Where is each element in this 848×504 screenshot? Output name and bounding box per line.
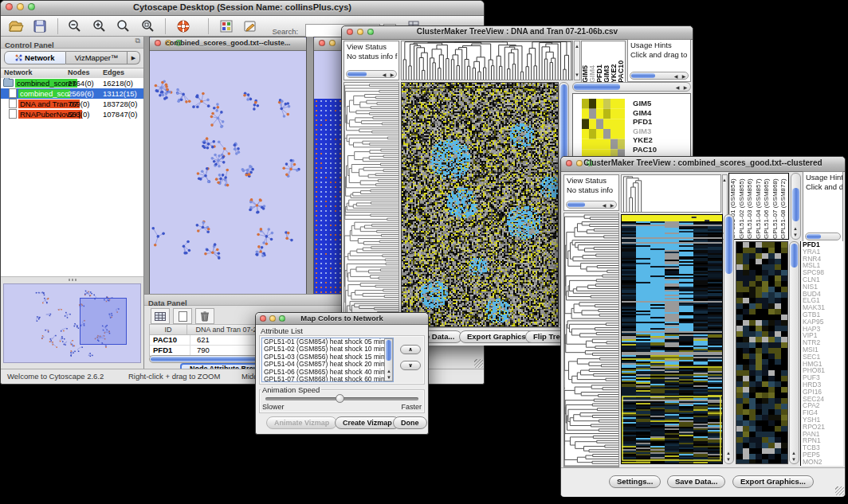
attribute-listbox[interactable]: GPL51-01 (GSM854) heat shock 05 minGPL51… <box>261 338 394 382</box>
row-dendrogram-canvas[interactable] <box>344 83 398 326</box>
gene-label[interactable]: YKE2 <box>631 135 687 145</box>
tv2-status-hscrollbar[interactable]: ◀ ▶ <box>566 201 617 209</box>
scroll-down-icon[interactable]: ▼ <box>385 374 393 381</box>
column-label[interactable]: GPL51-04 (GSM857) <box>755 174 764 239</box>
row-dendrogram-canvas[interactable] <box>564 213 618 467</box>
slider-thumb[interactable] <box>336 394 344 403</box>
zoom-selected-icon[interactable] <box>140 18 156 34</box>
scrollbar-thumb[interactable] <box>386 340 391 361</box>
scrollbar-thumb[interactable] <box>792 188 799 221</box>
scrollbar-thumb[interactable] <box>567 202 585 207</box>
network-row[interactable]: combined_scores2764(0)16218(0) <box>1 78 143 88</box>
network-row[interactable]: combined_sco2569(6)13112(15) <box>1 88 143 99</box>
tab-vizmapper[interactable]: VizMapper™ <box>66 51 128 64</box>
network-canvas[interactable] <box>150 51 306 294</box>
help-lifering-icon[interactable] <box>175 18 191 34</box>
scroll-left-icon[interactable]: ◀ <box>672 73 680 80</box>
scroll-up-icon[interactable]: ▲ <box>574 43 580 49</box>
attribute-item[interactable]: GPL51-07 (GSM868) heat shock 60 min <box>262 376 384 382</box>
new-attribute-icon[interactable] <box>173 308 192 324</box>
zoom-out-icon[interactable] <box>67 18 83 34</box>
gene-label[interactable]: MON2 <box>801 459 843 466</box>
float-panel-icon[interactable]: ⧉ <box>135 37 140 45</box>
scrollbar-thumb[interactable] <box>347 72 367 76</box>
scroll-up-icon[interactable]: ▲ <box>791 225 799 232</box>
tab-overflow-button[interactable]: ▶ <box>128 51 140 64</box>
annotation-icon[interactable] <box>242 18 258 34</box>
zoom-heatmap-canvas[interactable] <box>736 242 787 463</box>
panel-splitter[interactable] <box>1 276 143 283</box>
id-column-header[interactable]: ID <box>150 325 187 334</box>
mini-matrix-canvas[interactable] <box>582 99 625 159</box>
tv1-status-hscrollbar[interactable]: ◀ ▶ <box>346 70 397 78</box>
col-header-nodes[interactable]: Nodes <box>68 68 90 76</box>
treeview1-titlebar[interactable]: ClusterMaker TreeView : DNA and Tran 07-… <box>342 26 693 40</box>
scroll-left-icon[interactable]: ◀ <box>673 84 681 91</box>
scrollbar-thumb[interactable] <box>631 73 655 78</box>
move-down-button[interactable]: ∨ <box>400 361 421 370</box>
scroll-right-icon[interactable]: ▶ <box>388 72 396 78</box>
scroll-up-icon[interactable]: ▲ <box>724 450 732 456</box>
scrollbar-thumb[interactable] <box>791 244 798 268</box>
resize-grip[interactable] <box>835 486 844 495</box>
close-icon[interactable] <box>319 40 325 46</box>
tv1-hints-hscrollbar[interactable]: ◀ ▶ <box>630 72 689 80</box>
network-canvas-2[interactable] <box>314 51 341 294</box>
dialog-titlebar[interactable]: Map Colors to Network <box>256 313 428 325</box>
network-row[interactable]: DNA and Tran 07769(0)183728(0) <box>1 99 143 109</box>
gene-label[interactable]: GIM3 <box>631 127 687 136</box>
cytoscape-titlebar[interactable]: Cytoscape Desktop (Session Name: collins… <box>1 1 484 16</box>
scroll-up-icon[interactable]: ▲ <box>721 177 728 183</box>
animation-slider[interactable] <box>265 397 418 400</box>
tv1-scroll-arrows[interactable]: ▲ ▼ <box>574 41 580 80</box>
column-dendrogram-canvas[interactable] <box>402 41 572 80</box>
col-header-edges[interactable]: Edges <box>103 68 124 76</box>
gene-label[interactable]: GIM4 <box>631 108 687 118</box>
gene-label[interactable]: PFD1 <box>631 117 687 127</box>
col-header-network[interactable]: Network <box>4 68 33 76</box>
network-view-titlebar[interactable]: combined_scores_good.txt--cluste... <box>150 37 306 51</box>
heatmap-canvas[interactable] <box>402 83 558 326</box>
create-vizmap-button[interactable]: Create Vizmap <box>335 416 400 429</box>
move-up-button[interactable]: ∧ <box>400 345 421 354</box>
network-overview-canvas[interactable] <box>4 284 140 362</box>
scroll-up-icon[interactable]: ▲ <box>790 450 798 456</box>
gene-label[interactable]: GIM5 <box>631 99 687 108</box>
scroll-right-icon[interactable]: ▶ <box>681 84 689 91</box>
scroll-right-icon[interactable]: ▶ <box>608 202 616 209</box>
tv2-hints-hscrollbar[interactable] <box>805 232 841 240</box>
network-view-2-titlebar[interactable] <box>314 37 341 51</box>
open-folder-icon[interactable] <box>8 18 24 34</box>
tv2-gene-vscrollbar[interactable]: ▲ ▼ <box>789 241 799 464</box>
tab-network[interactable]: Network <box>4 51 66 64</box>
tv1-right-hscrollbar[interactable]: ◀ ▶ <box>572 82 691 92</box>
scroll-left-icon[interactable]: ◀ <box>600 202 608 209</box>
heatmap-canvas[interactable] <box>622 215 722 463</box>
column-label[interactable]: GPL51-06 (GSM865) <box>763 174 771 239</box>
resize-grip[interactable] <box>474 359 483 368</box>
minimize-icon[interactable] <box>329 40 336 46</box>
scroll-down-icon[interactable]: ▼ <box>791 232 799 238</box>
column-label[interactable]: GIM4 <box>589 41 596 83</box>
column-label[interactable]: GIM3 <box>603 41 610 83</box>
animate-vizmap-button[interactable]: Animate Vizmap <box>266 416 337 429</box>
scrollbar-thumb[interactable] <box>807 234 821 239</box>
done-button[interactable]: Done <box>393 416 427 429</box>
export-graphics-button[interactable]: Export Graphics... <box>732 475 814 488</box>
settings-button[interactable]: Settings... <box>609 475 661 488</box>
zoom-in-icon[interactable] <box>92 18 108 34</box>
network-row[interactable]: RNAPuberNov2+|563(0)107847(0) <box>1 109 143 119</box>
scroll-up-icon[interactable]: ▲ <box>385 368 393 374</box>
save-icon[interactable] <box>32 18 48 34</box>
tv2-top-vscrollbar[interactable]: ▲ ▼ <box>791 173 801 240</box>
scroll-right-icon[interactable]: ▶ <box>680 73 688 80</box>
gene-label[interactable]: PAC10 <box>631 145 687 154</box>
delete-attribute-icon[interactable] <box>195 308 214 324</box>
column-label[interactable]: PAC10 <box>618 41 625 83</box>
listbox-vscrollbar[interactable]: ▲ ▼ <box>384 338 393 381</box>
column-label[interactable]: YKE2 <box>610 41 618 83</box>
zoom-fit-icon[interactable] <box>116 18 132 34</box>
scroll-down-icon[interactable]: ▼ <box>724 456 732 463</box>
scrollbar-thumb[interactable] <box>725 217 732 274</box>
scroll-left-icon[interactable]: ◀ <box>380 72 388 78</box>
